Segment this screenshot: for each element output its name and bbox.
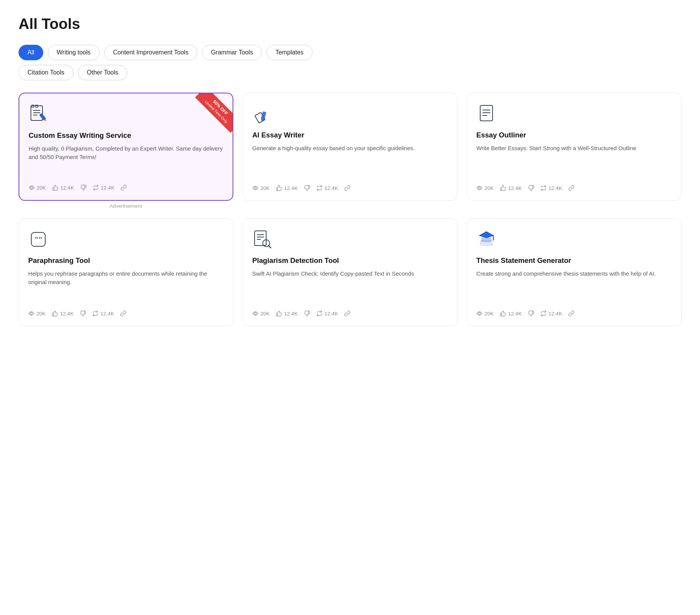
- card-title-paraphrasing: Paraphrasing Tool: [28, 256, 224, 265]
- card-thesis[interactable]: Thesis Statement Generator Create strong…: [467, 218, 681, 326]
- filter-btn-content[interactable]: Content Improvement Tools: [104, 45, 197, 60]
- stat-dislikes-2: [304, 185, 310, 191]
- filter-btn-all[interactable]: All: [19, 45, 43, 60]
- filter-btn-other[interactable]: Other Tools: [78, 65, 127, 80]
- card-wrapper-custom-essay: 50% OFFLimited Time Only: [19, 93, 233, 209]
- card-desc-paraphrasing: Helps you rephrase paragraphs or entire …: [28, 269, 224, 302]
- filter-row-2: Citation Tools Other Tools: [19, 65, 681, 80]
- card-wrapper-plagiarism: Plagiarism Detection Tool Swift AI Plagi…: [243, 218, 457, 326]
- card-stats-ai-essay: 20K 12.4K 12.4K: [252, 185, 448, 191]
- card-custom-essay[interactable]: 50% OFFLimited Time Only: [19, 93, 233, 201]
- card-desc-ai-essay: Generate a high-quality essay based on y…: [252, 144, 448, 176]
- stat-link-6: [568, 310, 574, 317]
- filter-btn-citation[interactable]: Citation Tools: [19, 65, 73, 80]
- stat-likes-3: 12.4K: [500, 185, 522, 191]
- svg-text:": ": [38, 235, 42, 244]
- filter-btn-grammar[interactable]: Grammar Tools: [202, 45, 262, 60]
- card-desc-custom-essay: High quality, 0 Plagiarism, Completed by…: [29, 144, 223, 176]
- stat-shares-5: 12.4K: [316, 310, 338, 317]
- cards-grid: 50% OFFLimited Time Only: [19, 93, 681, 326]
- stat-link-4: [120, 310, 126, 317]
- stat-views-4: 20K: [28, 310, 46, 317]
- filter-btn-templates[interactable]: Templates: [267, 45, 313, 60]
- stat-dislikes-4: [80, 310, 86, 317]
- stat-shares-6: 12.4K: [540, 310, 562, 317]
- stat-dislikes-6: [528, 310, 534, 317]
- card-ai-essay[interactable]: AI Essay Writer Generate a high-quality …: [243, 93, 457, 201]
- svg-marker-31: [479, 232, 493, 238]
- card-wrapper-thesis: Thesis Statement Generator Create strong…: [467, 218, 681, 326]
- card-desc-thesis: Create strong and comprehensive thesis s…: [476, 269, 672, 302]
- stat-views-6: 20K: [476, 310, 494, 317]
- svg-rect-22: [255, 231, 266, 246]
- stat-shares: 12.4K: [93, 185, 115, 191]
- card-wrapper-paraphrasing: " " Paraphrasing Tool Helps you rephrase…: [19, 218, 233, 326]
- ad-label: Advertisement: [19, 203, 233, 209]
- stat-dislikes: [80, 185, 87, 191]
- stat-link-3: [568, 185, 574, 191]
- svg-point-8: [31, 186, 32, 188]
- card-title-plagiarism: Plagiarism Detection Tool: [252, 256, 448, 265]
- card-stats-essay-outliner: 20K 12.4K 12.4K: [476, 185, 672, 191]
- ribbon-badge: 50% OFFLimited Time Only: [195, 93, 233, 133]
- card-title-custom-essay: Custom Essay Writing Service: [29, 131, 223, 140]
- stat-likes: 12.4K: [52, 185, 74, 191]
- stat-link-5: [344, 310, 350, 317]
- svg-point-33: [478, 312, 480, 314]
- card-title-thesis: Thesis Statement Generator: [476, 256, 672, 265]
- stat-views-3: 20K: [476, 185, 494, 191]
- card-title-essay-outliner: Essay Outliner: [476, 131, 672, 139]
- stat-link: [121, 185, 127, 191]
- svg-point-21: [30, 312, 32, 314]
- stat-likes-4: 12.4K: [52, 310, 74, 317]
- card-stats-custom-essay: 20K 12.4K 12.4K: [29, 185, 223, 191]
- stat-views: 20K: [29, 185, 46, 191]
- card-stats-plagiarism: 20K 12.4K 12.4K: [252, 310, 448, 317]
- svg-line-27: [268, 246, 271, 248]
- svg-rect-30: [482, 238, 491, 242]
- card-icon-plagiarism: [252, 229, 272, 249]
- card-icon-custom-essay: [29, 104, 49, 124]
- card-desc-plagiarism: Swift AI Plagiarism Check: Identify Copy…: [252, 269, 448, 302]
- stat-likes-5: 12.4K: [276, 310, 298, 317]
- svg-point-12: [254, 187, 256, 189]
- card-stats-paraphrasing: 20K 12.4K 12.4K: [28, 310, 224, 317]
- card-stats-thesis: 20K 12.4K 12.4K: [476, 310, 672, 317]
- card-wrapper-ai-essay: AI Essay Writer Generate a high-quality …: [243, 93, 457, 209]
- stat-shares-4: 12.4K: [92, 310, 114, 317]
- card-icon-paraphrasing: " ": [28, 229, 48, 249]
- stat-shares-3: 12.4K: [540, 185, 562, 191]
- card-title-ai-essay: AI Essay Writer: [252, 131, 448, 139]
- svg-rect-10: [261, 112, 266, 120]
- ribbon-wrap: 50% OFFLimited Time Only: [190, 93, 233, 136]
- card-icon-ai-essay: [252, 104, 272, 124]
- svg-point-28: [254, 312, 256, 314]
- card-icon-essay-outliner: [476, 104, 496, 124]
- card-icon-thesis: [476, 229, 496, 249]
- filter-row-1: All Writing tools Content Improvement To…: [19, 45, 681, 60]
- page-title: All Tools: [19, 15, 681, 32]
- card-wrapper-essay-outliner: Essay Outliner Write Better Essays: Star…: [467, 93, 681, 209]
- card-desc-essay-outliner: Write Better Essays: Start Strong with a…: [476, 144, 672, 176]
- stat-dislikes-3: [528, 185, 534, 191]
- card-essay-outliner[interactable]: Essay Outliner Write Better Essays: Star…: [467, 93, 681, 201]
- stat-link-2: [344, 185, 350, 191]
- filter-btn-writing[interactable]: Writing tools: [48, 45, 100, 60]
- stat-dislikes-5: [304, 310, 310, 317]
- svg-point-17: [478, 187, 480, 189]
- card-plagiarism[interactable]: Plagiarism Detection Tool Swift AI Plagi…: [243, 218, 457, 326]
- card-paraphrasing[interactable]: " " Paraphrasing Tool Helps you rephrase…: [19, 218, 233, 326]
- stat-views-5: 20K: [252, 310, 270, 317]
- stat-likes-6: 12.4K: [500, 310, 522, 317]
- stat-shares-2: 12.4K: [316, 185, 338, 191]
- stat-views-2: 20K: [252, 185, 270, 191]
- stat-likes-2: 12.4K: [276, 185, 298, 191]
